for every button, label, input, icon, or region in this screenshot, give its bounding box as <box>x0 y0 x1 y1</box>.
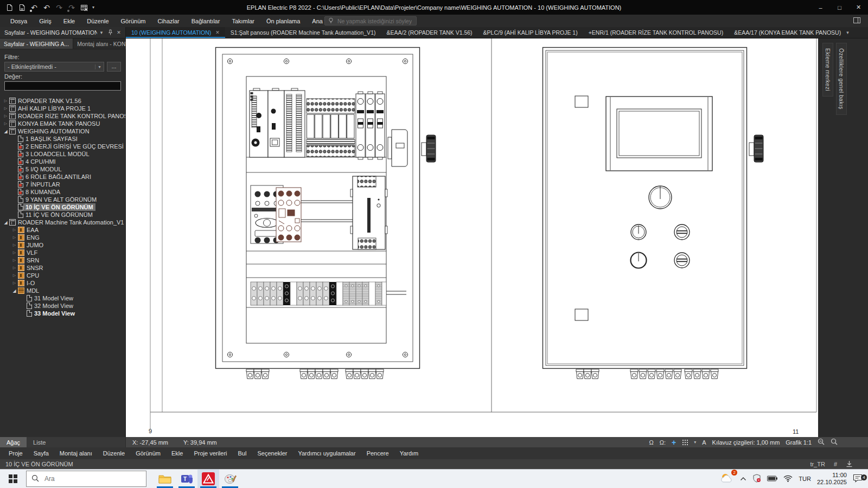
weather-icon[interactable]: 2 <box>720 472 734 486</box>
tree-item[interactable]: ▷KONYA EMAK TANK PANOSU <box>0 120 125 127</box>
tree-item[interactable]: 11 İÇ VE ÖN GÖRÜNÜM <box>0 211 125 219</box>
panel-menu-icon[interactable]: ▾ <box>97 30 106 35</box>
expand-arrow-icon[interactable]: ▷ <box>2 99 9 103</box>
undo-icon[interactable]: ↶ <box>41 2 53 13</box>
push-button-2[interactable] <box>631 253 647 268</box>
clock[interactable]: 11:00 22.10.2025 <box>817 472 847 486</box>
filter-more-button[interactable]: ... <box>107 62 121 72</box>
menu-item[interactable]: Ekle <box>58 15 81 27</box>
bottom-menu-item[interactable]: Montaj alanı <box>54 450 98 457</box>
taskbar-search[interactable] <box>26 471 146 487</box>
expand-arrow-icon[interactable]: ▷ <box>11 258 18 262</box>
expand-arrow-icon[interactable]: ▷ <box>11 251 18 255</box>
defender-shield-icon[interactable] <box>752 474 761 484</box>
expand-arrow-icon[interactable]: ▷ <box>11 273 18 278</box>
eplan-icon[interactable] <box>197 470 219 488</box>
panel-front-drawing[interactable] <box>543 48 764 379</box>
document-tab[interactable]: 10 (WEIGHING AUTOMATION)✕ <box>126 27 225 38</box>
expand-arrow-icon[interactable]: ▷ <box>11 266 18 270</box>
tree-item[interactable]: ▷VLF <box>0 249 125 256</box>
selector-switch-2[interactable] <box>674 253 690 268</box>
power-supply[interactable] <box>350 176 387 249</box>
tree-item[interactable]: 5 I/Q MODUL <box>0 165 125 173</box>
tab-list-icon[interactable]: ▾ <box>846 27 868 38</box>
document-tab[interactable]: +ENR/1 (ROADER RİZE TANK KONTROL PANOSU) <box>583 27 729 38</box>
interruption-point-nav-icon[interactable]: Ω: <box>660 439 666 446</box>
push-button-1[interactable] <box>631 224 646 240</box>
tree-item[interactable]: ▷JUMO <box>0 241 125 249</box>
tray-expand-icon[interactable] <box>740 476 746 482</box>
filter-select[interactable]: - Etkinleştirilmedi - ▾ <box>4 62 104 72</box>
battery-icon[interactable] <box>767 476 777 483</box>
redo-list-icon[interactable]: ↷ <box>66 2 78 13</box>
panel-interior-drawing[interactable] <box>216 48 436 379</box>
window-layout-icon[interactable] <box>853 17 860 24</box>
tree-item[interactable]: 6 RÖLE BAĞLANTILARI <box>0 173 125 181</box>
bottom-menu-item[interactable]: Ekle <box>166 450 188 457</box>
expand-arrow-icon[interactable]: ▷ <box>11 243 18 247</box>
notification-center-icon[interactable]: 4 <box>853 474 863 484</box>
tree-item[interactable]: ▷SNSR <box>0 264 125 272</box>
redo-icon[interactable]: ↷ <box>53 2 65 13</box>
close-button[interactable]: ✕ <box>849 0 868 15</box>
tree-item[interactable]: 3 LOOADCELL MODÜL <box>0 150 125 158</box>
relay-terminal-strip[interactable] <box>307 99 355 157</box>
bottom-menu-item[interactable]: Proje <box>3 450 28 457</box>
value-input[interactable] <box>4 81 121 91</box>
tree-item[interactable]: ▷ROADER RİZE TANK KONTROL PANOSU <box>0 112 125 120</box>
delete-placeholder-icon[interactable] <box>78 2 90 13</box>
grid-icon[interactable] <box>682 439 688 445</box>
download-tray-icon[interactable] <box>846 460 853 468</box>
sidebar-view-tab[interactable]: Ağaç <box>0 437 27 447</box>
tree-item[interactable]: ▷I-O <box>0 279 125 287</box>
tree-item[interactable]: 2 ENERJİ GİRİŞİ VE GÜÇ DEVRESİ <box>0 143 125 150</box>
tree-item[interactable]: ◢WEIGHING AUTOMATION <box>0 127 125 135</box>
tree-item[interactable]: ▷ENG <box>0 234 125 241</box>
tree-item[interactable]: 9 YAN VE ALT GÖRÜNÜM <box>0 196 125 203</box>
menu-item[interactable]: Cihazlar <box>151 15 185 27</box>
expand-arrow-icon[interactable]: ▷ <box>2 106 9 111</box>
bottom-menu-item[interactable]: Proje verileri <box>188 450 232 457</box>
expand-arrow-icon[interactable]: ◢ <box>2 220 9 225</box>
command-search[interactable] <box>324 16 417 25</box>
snap-icon[interactable]: + <box>672 440 676 445</box>
close-icon[interactable]: ✕ <box>215 30 220 35</box>
tree-item[interactable]: 33 Model View <box>0 310 125 317</box>
menu-item[interactable]: Bağlantılar <box>186 15 226 27</box>
open-page-icon[interactable] <box>16 2 28 13</box>
drawing-svg[interactable]: 9 11 <box>126 38 818 437</box>
teams-icon[interactable]: T <box>176 470 197 488</box>
tree-item[interactable]: ◢MDL <box>0 287 125 294</box>
tree-item[interactable]: ◢ROADER Machine Tank Automation_V1 <box>0 219 125 226</box>
panel-close-icon[interactable]: ✕ <box>114 30 123 35</box>
sidebar-view-tab[interactable]: Liste <box>27 437 52 447</box>
drawing-canvas[interactable]: 9 11 <box>126 38 818 437</box>
bottom-menu-item[interactable]: Görünüm <box>130 450 166 457</box>
menu-item[interactable]: Dosya <box>4 15 33 27</box>
tree-item[interactable]: ▷CPU <box>0 272 125 279</box>
document-tab[interactable]: &EAA/17 (KONYA EMAK TANK PANOSU) <box>729 27 846 38</box>
tree-item[interactable]: 10 İÇ VE ÖN GÖRÜNÜM <box>0 203 125 211</box>
zoom-out-icon[interactable] <box>818 438 825 446</box>
maximize-button[interactable]: □ <box>830 0 849 15</box>
bottom-menu-item[interactable]: Bul <box>233 450 252 457</box>
tree-item[interactable]: ▷AHİ KALIP LİBYA PROJE 1 <box>0 105 125 112</box>
start-button[interactable] <box>0 470 26 488</box>
wifi-icon[interactable] <box>783 475 793 483</box>
tree-item[interactable]: 1 BAŞLIK SAYFASI <box>0 135 125 143</box>
expand-arrow-icon[interactable]: ◢ <box>11 288 18 293</box>
menu-item[interactable]: Düzenle <box>81 15 114 27</box>
interruption-point-icon[interactable]: Ω <box>649 439 654 446</box>
tree-item[interactable]: 31 Model View <box>0 294 125 302</box>
bottom-menu-item[interactable]: Düzenle <box>98 450 130 457</box>
dock-tab[interactable]: Ekleme merkezi <box>822 43 833 97</box>
toolbar-overflow-icon[interactable]: ▾ <box>92 5 94 10</box>
plc-modules[interactable] <box>250 88 305 157</box>
command-search-input[interactable] <box>336 17 413 25</box>
file-explorer-icon[interactable] <box>154 470 176 488</box>
minimize-button[interactable]: – <box>811 0 830 15</box>
bottom-menu-item[interactable]: Yardımcı uygulamalar <box>292 450 361 457</box>
bottom-menu-item[interactable]: Pencere <box>361 450 394 457</box>
expand-arrow-icon[interactable]: ▷ <box>2 121 9 126</box>
tree-item[interactable]: ▷SRN <box>0 256 125 264</box>
